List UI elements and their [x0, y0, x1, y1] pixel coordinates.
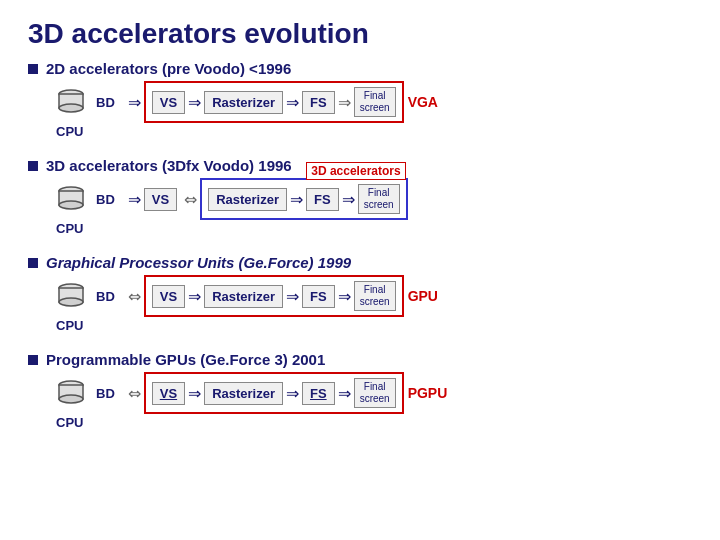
section-4-pipeline: BD ⇔ VS ⇒ Rasterizer ⇒ FS ⇒ Finalscreen …	[56, 372, 692, 430]
arrow-1a: ⇒	[128, 93, 141, 112]
arrow-2d: ⇒	[342, 190, 355, 209]
bd-icon-3	[56, 281, 86, 311]
bullet-2	[28, 161, 38, 171]
fs-4: FS	[302, 382, 335, 405]
gpu-label: GPU	[408, 288, 438, 304]
svg-point-8	[59, 298, 83, 306]
section-2: 3D accelerators (3Dfx Voodo) 1996 BD ⇒	[28, 157, 692, 236]
svg-point-11	[59, 395, 83, 403]
section-3-header: Graphical Processor Units (Ge.Force) 199…	[28, 254, 692, 271]
arrow-1d: ⇒	[338, 93, 351, 112]
bd-icon-2	[56, 184, 86, 214]
final-screen-4: Finalscreen	[354, 378, 396, 408]
section-2-pipeline: BD ⇒ VS ⇔ 3D accelerators Rasterizer ⇒ F…	[56, 178, 692, 236]
section-1: 2D accelerators (pre Voodo) <1996 BD ⇒	[28, 60, 692, 139]
rasterizer-3: Rasterizer	[204, 285, 283, 308]
rasterizer-2: Rasterizer	[208, 188, 287, 211]
arrow-4d: ⇒	[338, 384, 351, 403]
bd-icon-1	[56, 87, 86, 117]
page: 3D accelerators evolution 2D accelerator…	[0, 0, 720, 540]
arrow-3c: ⇒	[286, 287, 299, 306]
fs-2: FS	[306, 188, 339, 211]
section-3-pipeline: BD ⇔ VS ⇒ Rasterizer ⇒ FS ⇒ Finalscreen …	[56, 275, 692, 333]
arrow-4b: ⇒	[188, 384, 201, 403]
vga-label: VGA	[408, 94, 438, 110]
final-screen-2: Finalscreen	[358, 184, 400, 214]
vs-1: VS	[152, 91, 185, 114]
bullet-4	[28, 355, 38, 365]
page-title: 3D accelerators evolution	[28, 18, 692, 50]
arrow-4a: ⇔	[128, 384, 141, 403]
outer-box-2: 3D accelerators Rasterizer ⇒ FS ⇒ Finals…	[200, 178, 408, 220]
vs-3: VS	[152, 285, 185, 308]
fs-3: FS	[302, 285, 335, 308]
bd-label-4: BD	[90, 384, 121, 403]
arrow-3b: ⇒	[188, 287, 201, 306]
final-screen-1: Finalscreen	[354, 87, 396, 117]
arrow-3a: ⇔	[128, 287, 141, 306]
section-1-title: 2D accelerators (pre Voodo) <1996	[46, 60, 291, 77]
outer-box-1: VS ⇒ Rasterizer ⇒ FS ⇒ Finalscreen	[144, 81, 404, 123]
arrow-2b: ⇔	[184, 190, 197, 209]
bd-label-1: BD	[90, 93, 121, 112]
vs-4: VS	[152, 382, 185, 405]
arrow-1c: ⇒	[286, 93, 299, 112]
bd-label-3: BD	[90, 287, 121, 306]
rasterizer-1: Rasterizer	[204, 91, 283, 114]
accel-label-2: 3D accelerators	[306, 162, 405, 180]
outer-box-3: VS ⇒ Rasterizer ⇒ FS ⇒ Finalscreen	[144, 275, 404, 317]
arrow-1b: ⇒	[188, 93, 201, 112]
cpu-label-2: CPU	[56, 221, 83, 236]
svg-point-5	[59, 201, 83, 209]
section-1-header: 2D accelerators (pre Voodo) <1996	[28, 60, 692, 77]
section-4: Programmable GPUs (Ge.Force 3) 2001 BD ⇔	[28, 351, 692, 430]
section-3-title: Graphical Processor Units (Ge.Force) 199…	[46, 254, 351, 271]
outer-box-4: VS ⇒ Rasterizer ⇒ FS ⇒ Finalscreen	[144, 372, 404, 414]
section-4-title: Programmable GPUs (Ge.Force 3) 2001	[46, 351, 325, 368]
section-4-header: Programmable GPUs (Ge.Force 3) 2001	[28, 351, 692, 368]
fs-1: FS	[302, 91, 335, 114]
cpu-label-1: CPU	[56, 124, 83, 139]
bd-label-2: BD	[90, 190, 121, 209]
section-1-pipeline: BD ⇒ VS ⇒ Rasterizer ⇒ FS ⇒ Finalscreen …	[56, 81, 692, 139]
svg-point-2	[59, 104, 83, 112]
vs-2: VS	[144, 188, 177, 211]
section-3: Graphical Processor Units (Ge.Force) 199…	[28, 254, 692, 333]
arrow-2c: ⇒	[290, 190, 303, 209]
rasterizer-4: Rasterizer	[204, 382, 283, 405]
bd-icon-4	[56, 378, 86, 408]
bullet-1	[28, 64, 38, 74]
bullet-3	[28, 258, 38, 268]
arrow-3d: ⇒	[338, 287, 351, 306]
cpu-label-3: CPU	[56, 318, 83, 333]
pgpu-label: PGPU	[408, 385, 448, 401]
final-screen-3: Finalscreen	[354, 281, 396, 311]
cpu-label-4: CPU	[56, 415, 83, 430]
arrow-2a: ⇒	[128, 190, 141, 209]
arrow-4c: ⇒	[286, 384, 299, 403]
section-2-title: 3D accelerators (3Dfx Voodo) 1996	[46, 157, 292, 174]
